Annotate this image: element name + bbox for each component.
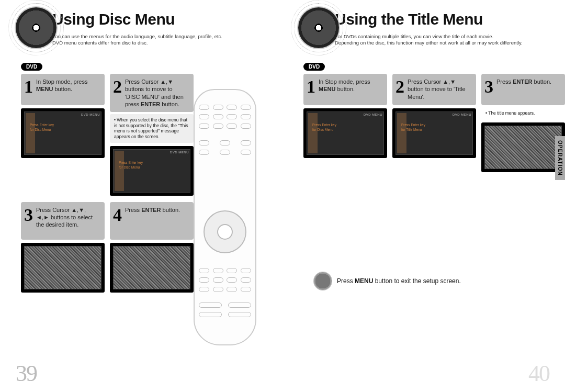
- tv-label: DVD MENU: [81, 113, 100, 116]
- subtitle-left: You can use the menus for the audio lang…: [52, 33, 277, 47]
- header-left: Using Disc Menu You can use the menus fo…: [0, 0, 282, 58]
- tv-screenshot: DVD MENU Press Enter keyfor Disc Menu: [303, 108, 387, 158]
- exit-note-text: Press MENU button to exit the setup scre…: [337, 277, 461, 285]
- step-2r-text: Press Cursor ▲,▼ button to move to 'Titl…: [408, 78, 471, 100]
- subtitle-right: For DVDs containing multiple titles, you…: [335, 33, 560, 47]
- dpad-icon: [204, 210, 246, 253]
- tv-screenshot: DVD MENU Press Enter keyfor Title Menu: [392, 108, 476, 158]
- step-4-left: 4 Press ENTER button.: [110, 202, 194, 293]
- step-3-num: 3: [24, 206, 33, 224]
- step-3r-num: 3: [484, 78, 493, 96]
- tv-screenshot: DVD MENU Press Enter keyfor Disc Menu: [21, 108, 105, 158]
- disc-icon: [298, 7, 339, 48]
- step-4-text: Press ENTER button.: [125, 206, 180, 214]
- step-1-left: 1 In Stop mode, press MENU button. DVD M…: [21, 74, 105, 196]
- page-right: Using the Title Menu For DVDs containing…: [282, 0, 565, 392]
- step-3-right: 3 Press ENTER button. • The title menu a…: [481, 74, 565, 172]
- exit-note: Press MENU button to exit the setup scre…: [314, 272, 461, 290]
- step-2r-num: 2: [396, 78, 404, 96]
- step-2-right: 2 Press Cursor ▲,▼ button to move to 'Ti…: [392, 74, 476, 172]
- header-right: Using the Title Menu For DVDs containing…: [282, 0, 565, 58]
- step-2-num: 2: [113, 78, 122, 96]
- step-2-text: Press Cursor ▲,▼ buttons to move to 'DIS…: [125, 78, 188, 108]
- step-3r-text: Press ENTER button.: [496, 78, 551, 85]
- step-2-note: • When you select the disc menu that is …: [110, 114, 194, 143]
- step-1-right: 1 In Stop mode, press MENU button. DVD M…: [303, 74, 387, 172]
- side-tab-operation: OPERATION: [555, 136, 565, 180]
- tv-screenshot: [21, 243, 105, 293]
- tv-label: DVD MENU: [170, 151, 189, 154]
- step-3-text: Press Cursor ▲,▼, ◄,► buttons to select …: [36, 206, 99, 229]
- step-1r-text: In Stop mode, press MENU button.: [319, 78, 382, 93]
- sub1-left: You can use the menus for the audio lang…: [52, 33, 222, 39]
- title-right: Using the Title Menu: [335, 0, 565, 28]
- step-3-left: 3 Press Cursor ▲,▼, ◄,► buttons to selec…: [21, 202, 105, 293]
- step-4-num: 4: [113, 206, 122, 224]
- title-left: Using Disc Menu: [52, 0, 282, 28]
- tv-screenshot: DVD MENU Press Enter keyfor Disc Menu: [110, 146, 194, 196]
- page-number-left: 39: [16, 360, 37, 387]
- step-2-left: 2 Press Cursor ▲,▼ buttons to move to 'D…: [110, 74, 194, 196]
- dvd-badge-left: DVD: [21, 63, 42, 71]
- step-3r-note: • The title menu appears.: [481, 107, 565, 119]
- tv-screenshot: [481, 122, 565, 172]
- sub2-right: Depending on the disc, this function may…: [335, 40, 523, 46]
- step-1-text: In Stop mode, press MENU button.: [36, 78, 99, 93]
- dvd-badge-right: DVD: [303, 63, 325, 71]
- disc-icon: [16, 7, 56, 48]
- page-left: Using Disc Menu You can use the menus fo…: [0, 0, 282, 392]
- step-row-right: 1 In Stop mode, press MENU button. DVD M…: [303, 74, 565, 172]
- mini-disc-icon: [314, 272, 332, 290]
- tv-screenshot: [110, 243, 194, 293]
- page-number-right: 40: [528, 360, 549, 387]
- remote-illustration: [194, 89, 256, 345]
- sub2-left: DVD menu contents differ from disc to di…: [52, 40, 148, 46]
- sub1-right: For DVDs containing multiple titles, you…: [335, 33, 493, 39]
- step-1r-num: 1: [307, 78, 315, 96]
- step-1-num: 1: [24, 78, 33, 96]
